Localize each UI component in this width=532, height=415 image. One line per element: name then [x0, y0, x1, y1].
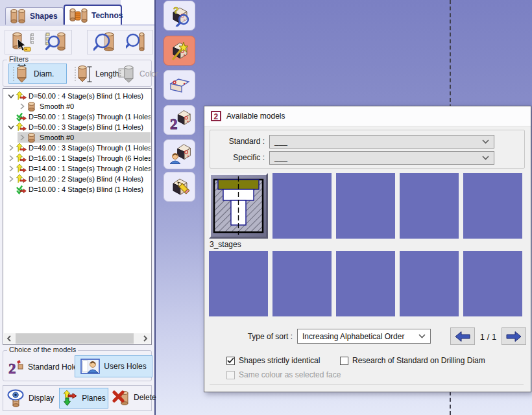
dd-chevron-icon	[482, 156, 489, 160]
choice-label: Standard Holes	[28, 362, 82, 372]
planes-icon	[62, 390, 79, 407]
tree-row[interactable]: D=10.20 : 2 Stage(s) Blind (4 Holes)	[4, 174, 151, 184]
model-slot-empty[interactable]	[272, 251, 332, 316]
tree-row[interactable]: D=50.00 : 4 Stage(s) Blind (1 Holes)	[4, 91, 151, 101]
zoom-holes-icon	[93, 32, 115, 53]
tab-technos[interactable]: Technos	[64, 5, 122, 25]
tree-row[interactable]: D=49.00 : 3 Stage(s) Through (1 Holes)	[4, 143, 151, 153]
sort-value: Increasing Alphabetical Order	[302, 332, 404, 341]
users-holes-button[interactable]: Users Holes	[75, 355, 152, 377]
standard-holes-button[interactable]: 2Standard Holes	[7, 359, 82, 375]
tree-row-line[interactable]: D=16.00 : 1 Stage(s) Through (6 Holes)	[6, 153, 151, 163]
checkbox-shapes-strictly-identical[interactable]: Shapes strictly identical	[226, 356, 320, 365]
scroll-right-icon[interactable]	[140, 333, 151, 344]
standard-specific-groupbox: Standard :___Specific :___	[210, 130, 525, 169]
dialog-title: Available models	[226, 112, 285, 121]
filter-label: Color	[139, 69, 158, 78]
user-hole-icon	[169, 143, 191, 165]
model-slot-empty[interactable]	[336, 251, 395, 316]
scroll-left-icon[interactable]	[4, 333, 14, 344]
planes-button[interactable]: Planes	[59, 388, 108, 409]
chevron-open-icon[interactable]	[6, 92, 15, 100]
checkbox-box[interactable]	[340, 357, 348, 365]
dialog-divider	[210, 385, 524, 385]
checkbox-research-of-standard-on-drilling-diam[interactable]: Research of Standard on Drilling Diam	[340, 356, 485, 365]
tree-row-line[interactable]: D=10.20 : 2 Stage(s) Blind (4 Holes)	[6, 174, 151, 184]
dialog-titlebar[interactable]: 2 Available models	[204, 106, 531, 126]
checkbox-box[interactable]	[226, 357, 235, 365]
tree-row[interactable]: Smooth #0	[4, 101, 151, 112]
zoom-hole-button[interactable]	[121, 31, 151, 53]
standard-label: Standard :	[210, 137, 265, 146]
chevron-closed-icon[interactable]	[6, 144, 15, 152]
model-slot-empty[interactable]	[400, 173, 459, 239]
zoom-holes-button[interactable]	[90, 31, 119, 53]
display-button[interactable]: Display	[7, 389, 54, 407]
checkbox-label: Same colour as selected face	[239, 370, 341, 379]
tree-hscrollbar[interactable]	[4, 333, 151, 344]
svg-text:2: 2	[8, 361, 16, 375]
tree-row-line[interactable]: Smooth #0	[18, 132, 151, 143]
magic-wand-button[interactable]	[163, 36, 195, 65]
chevron-closed-icon[interactable]	[6, 154, 15, 162]
hole-axis-green-icon	[15, 112, 27, 122]
tree-row-line[interactable]: D=50.00 : 4 Stage(s) Blind (1 Holes)	[6, 91, 151, 101]
tree-row[interactable]: D=10.00 : 4 Stage(s) Blind (1 Holes)	[4, 184, 151, 195]
model-slot-3-stages[interactable]	[209, 173, 268, 239]
face-box-button[interactable]	[163, 70, 195, 100]
hole-axis-icon	[15, 174, 27, 184]
prev-page-button[interactable]	[450, 327, 475, 345]
filter-diam-button[interactable]: Diam.	[8, 64, 67, 84]
scroll-thumb[interactable]	[16, 333, 134, 344]
action-label: Display	[29, 394, 54, 403]
edit-pencil-button[interactable]	[163, 172, 195, 202]
tree-row-line[interactable]: D=50.00 : 3 Stage(s) Blind (1 Holes)	[6, 122, 151, 132]
chevron-closed-icon[interactable]	[6, 175, 15, 183]
tree-rows: D=50.00 : 4 Stage(s) Blind (1 Holes)Smoo…	[4, 91, 151, 333]
user-hole-button[interactable]	[163, 139, 195, 169]
chevron-closed-icon[interactable]	[18, 134, 26, 141]
field-row-standard: Standard :___	[210, 134, 524, 148]
sort-dropdown[interactable]: Increasing Alphabetical Order	[297, 329, 431, 344]
tree-row[interactable]: D=14.00 : 1 Stage(s) Through (2 Holes)	[4, 163, 151, 174]
model-slot-empty[interactable]	[463, 251, 522, 316]
model-slot-empty[interactable]	[272, 173, 332, 239]
tree-row-label: D=10.20 : 2 Stage(s) Blind (4 Holes)	[27, 175, 145, 183]
model-slot-empty[interactable]	[336, 173, 395, 239]
model-slot-empty[interactable]	[400, 251, 459, 316]
holes-side-panel: ShapesTechnos Filters Diam.LengthColor D…	[0, 0, 156, 415]
chevron-closed-icon[interactable]	[6, 165, 15, 172]
tree-row[interactable]: Smooth #0	[4, 132, 151, 143]
standard-dropdown[interactable]: ___	[269, 135, 494, 148]
standard-two-icon: 2	[169, 109, 191, 131]
help-search-button[interactable]: ?	[163, 1, 195, 30]
cylinder-icon	[26, 101, 38, 112]
tree-row-line[interactable]: D=49.00 : 3 Stage(s) Through (1 Holes)	[6, 143, 151, 153]
scroll-track[interactable]	[14, 333, 140, 344]
chevron-closed-icon[interactable]	[18, 102, 26, 110]
delete-button[interactable]: Delete	[112, 389, 156, 406]
app-logo-icon: 2	[211, 111, 221, 121]
model-slot-empty[interactable]	[209, 251, 268, 316]
tree-row-line[interactable]: D=50.00 : 1 Stage(s) Through (1 Holes)	[6, 112, 151, 122]
tree-row-line[interactable]: D=10.00 : 4 Stage(s) Blind (1 Holes)	[6, 184, 151, 195]
tree-row[interactable]: D=50.00 : 1 Stage(s) Through (1 Holes)	[4, 112, 151, 122]
panel-tabstrip: ShapesTechnos	[0, 0, 154, 26]
specific-dropdown[interactable]: ___	[269, 151, 494, 165]
standard-two-button[interactable]: 2	[163, 105, 195, 135]
next-page-button[interactable]	[502, 327, 526, 345]
chevron-placeholder	[6, 185, 15, 193]
model-slot-empty[interactable]	[463, 173, 522, 239]
tree-row[interactable]: D=50.00 : 3 Stage(s) Blind (1 Holes)	[4, 122, 151, 132]
tree-row-line[interactable]: Smooth #0	[18, 101, 151, 112]
tree-row[interactable]: D=16.00 : 1 Stage(s) Through (6 Holes)	[4, 153, 151, 163]
pick-hole-button[interactable]	[7, 31, 37, 53]
tree-search-button[interactable]	[40, 31, 69, 53]
filter-length-button[interactable]: Length	[71, 64, 122, 84]
tab-shapes[interactable]: Shapes	[5, 7, 64, 25]
tree-row-line[interactable]: D=14.00 : 1 Stage(s) Through (2 Holes)	[6, 163, 151, 174]
delete-cross-icon	[112, 389, 130, 406]
shapes-tab-icon	[10, 9, 27, 23]
arrow-right-icon	[505, 331, 522, 342]
chevron-open-icon[interactable]	[6, 123, 15, 131]
